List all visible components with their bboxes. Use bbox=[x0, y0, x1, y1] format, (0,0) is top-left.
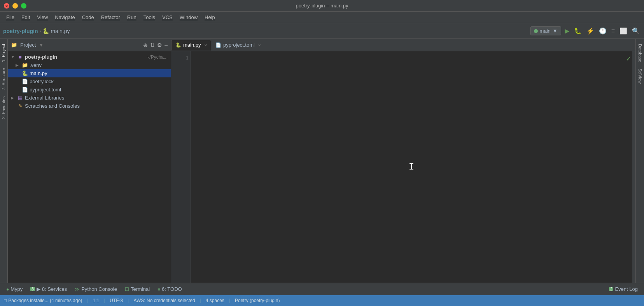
tool-terminal-label: Terminal bbox=[131, 286, 150, 292]
toolbar-right: main ▼ ▶ 🐛 ⚡ 🕐 ≡ ⬜ 🔍 bbox=[530, 26, 641, 36]
title-bar: × poetry-plugin – main.py bbox=[0, 0, 644, 12]
profile-button[interactable]: 🕐 bbox=[598, 26, 608, 36]
status-spaces[interactable]: 4 spaces bbox=[206, 298, 224, 303]
tab-mainpy-close[interactable]: × bbox=[205, 43, 207, 47]
status-poetry-label: Poetry (poetry-plugin) bbox=[235, 298, 280, 303]
tool-mypy-label: Mypy bbox=[10, 286, 23, 292]
menu-refactor[interactable]: Refactor bbox=[98, 13, 123, 22]
bookmark-button[interactable]: ≡ bbox=[610, 26, 616, 36]
status-position-label: 1:1 bbox=[93, 298, 99, 303]
locate-icon[interactable]: ⊕ bbox=[143, 42, 148, 48]
tool-event-log-label: Event Log bbox=[615, 286, 638, 292]
project-panel-header: 📁 Project ▼ ⊕ ⇅ ⚙ – bbox=[8, 39, 171, 51]
maximize-button[interactable] bbox=[21, 3, 26, 9]
tab-mainpy-label: main.py bbox=[183, 42, 201, 48]
status-sep-1: | bbox=[87, 298, 88, 303]
event-log-badge: 2 bbox=[609, 287, 614, 291]
tree-item-pyprojecttoml[interactable]: 📄 pyproject.toml bbox=[8, 86, 171, 94]
tree-item-root[interactable]: ▼ ■ poetry-plugin ~/Pycha... bbox=[8, 53, 171, 61]
close-button[interactable]: × bbox=[4, 3, 9, 9]
todo-icon: ≡ bbox=[158, 287, 160, 292]
status-aws-label: AWS: No credentials selected bbox=[133, 298, 195, 303]
collapse-icon[interactable]: – bbox=[164, 42, 168, 48]
tree-item-poetrylock[interactable]: 📄 poetry.lock bbox=[8, 77, 171, 86]
menu-file[interactable]: File bbox=[3, 13, 18, 22]
menu-run[interactable]: Run bbox=[124, 13, 140, 22]
editor-scrollbar[interactable] bbox=[632, 51, 635, 283]
editor-tab-bar: 🐍 main.py × 📄 pyproject.toml × bbox=[171, 39, 635, 51]
run-button[interactable]: ▶ bbox=[564, 26, 570, 36]
tool-event-log[interactable]: 2 Event Log bbox=[606, 285, 641, 293]
extlib-icon: ▤ bbox=[17, 95, 23, 101]
tool-python-console[interactable]: ≫ Python Console bbox=[72, 285, 120, 293]
status-aws[interactable]: AWS: No credentials selected bbox=[133, 298, 195, 303]
tree-label-poetrylock: poetry.lock bbox=[30, 79, 168, 84]
status-packages[interactable]: □ Packages installe... (4 minutes ago) bbox=[4, 298, 82, 303]
status-poetry[interactable]: Poetry (poetry-plugin) bbox=[235, 298, 280, 303]
status-encoding[interactable]: UTF-8 bbox=[110, 298, 123, 303]
tool-mypy[interactable]: ● Mypy bbox=[3, 285, 26, 293]
services-badge: 8 bbox=[30, 287, 35, 291]
menu-edit[interactable]: Edit bbox=[18, 13, 33, 22]
debug-button[interactable]: 🐛 bbox=[573, 26, 583, 36]
breadcrumb-project[interactable]: poetry-plugin bbox=[3, 28, 38, 34]
text-cursor: I bbox=[409, 160, 414, 174]
menu-view[interactable]: View bbox=[34, 13, 51, 22]
menu-tools[interactable]: Tools bbox=[140, 13, 158, 22]
tree-item-extlibs[interactable]: ▶ ▤ External Libraries bbox=[8, 94, 171, 102]
menu-bar: File Edit View Navigate Code Refactor Ru… bbox=[0, 12, 644, 23]
tool-terminal[interactable]: ☐ Terminal bbox=[122, 285, 153, 293]
tree-item-mainpy[interactable]: 🐍 main.py bbox=[8, 69, 171, 77]
tab-toml-close[interactable]: × bbox=[258, 43, 261, 47]
run-config-arrow: ▼ bbox=[553, 28, 558, 34]
lock-file-icon: 📄 bbox=[22, 79, 28, 84]
run-config-dot bbox=[534, 29, 538, 33]
coverage-button[interactable]: ⚡ bbox=[585, 26, 595, 36]
left-sidebar-tabs: 1: Project 7: Structure 2: Favorites bbox=[0, 39, 8, 283]
menu-vcs[interactable]: VCS bbox=[159, 13, 176, 22]
folder-root-icon: ■ bbox=[17, 54, 23, 60]
tree-path-root: ~/Pycha... bbox=[147, 54, 168, 60]
sidebar-tab-sciview[interactable]: SciView bbox=[637, 65, 644, 87]
status-sep-3: | bbox=[128, 298, 129, 303]
tree-label-pyprojecttoml: pyproject.toml bbox=[30, 87, 168, 93]
bottom-tool-bar: ● Mypy 8 ▶ 8: Services ≫ Python Console … bbox=[0, 283, 644, 295]
tab-py-icon: 🐍 bbox=[175, 42, 181, 48]
search-button[interactable]: 🔍 bbox=[631, 26, 641, 36]
tree-label-extlibs: External Libraries bbox=[25, 95, 168, 101]
tab-toml-label: pyproject.toml bbox=[223, 42, 255, 48]
bottom-tools-right: 2 Event Log bbox=[606, 285, 641, 293]
menu-navigate[interactable]: Navigate bbox=[52, 13, 78, 22]
tool-services[interactable]: 8 ▶ 8: Services bbox=[27, 285, 70, 293]
status-sep-5: | bbox=[229, 298, 230, 303]
tree-item-scratches[interactable]: ✎ Scratches and Consoles bbox=[8, 102, 171, 110]
editor-content[interactable]: 1 I ✓ bbox=[171, 51, 635, 283]
sidebar-tab-project[interactable]: 1: Project bbox=[0, 41, 7, 65]
status-position[interactable]: 1:1 bbox=[93, 298, 99, 303]
menu-code[interactable]: Code bbox=[79, 13, 97, 22]
minimize-button[interactable] bbox=[12, 3, 18, 9]
window-title: poetry-plugin – main.py bbox=[296, 3, 348, 9]
stop-button[interactable]: ⬜ bbox=[618, 26, 628, 36]
tab-mainpy[interactable]: 🐍 main.py × bbox=[171, 40, 211, 51]
folder-icon: 📁 bbox=[11, 42, 17, 48]
tool-todo[interactable]: ≡ 6: TODO bbox=[154, 285, 185, 293]
project-panel-title: Project bbox=[20, 42, 36, 48]
toolbar: poetry-plugin › 🐍 main.py main ▼ ▶ 🐛 ⚡ 🕐… bbox=[0, 23, 644, 39]
menu-help[interactable]: Help bbox=[201, 13, 218, 22]
settings-icon[interactable]: ⚙ bbox=[157, 42, 162, 48]
packages-icon: □ bbox=[4, 298, 7, 303]
code-editor[interactable]: I bbox=[191, 51, 632, 283]
run-config-selector[interactable]: main ▼ bbox=[530, 26, 561, 35]
tree-item-venv[interactable]: ▶ 📁 .venv bbox=[8, 61, 171, 69]
sort-icon[interactable]: ⇅ bbox=[150, 42, 155, 48]
tab-pyprojecttoml[interactable]: 📄 pyproject.toml × bbox=[211, 40, 265, 51]
menu-window[interactable]: Window bbox=[177, 13, 201, 22]
sidebar-tab-structure[interactable]: 7: Structure bbox=[0, 65, 7, 93]
tool-todo-label: 6: TODO bbox=[162, 286, 182, 292]
py-file-icon: 🐍 bbox=[22, 70, 28, 76]
expand-arrow-venv: ▶ bbox=[16, 63, 20, 67]
sidebar-tab-database[interactable]: Database bbox=[637, 41, 644, 65]
breadcrumb-filename: main.py bbox=[51, 28, 70, 34]
sidebar-tab-favorites[interactable]: 2: Favorites bbox=[0, 93, 7, 122]
